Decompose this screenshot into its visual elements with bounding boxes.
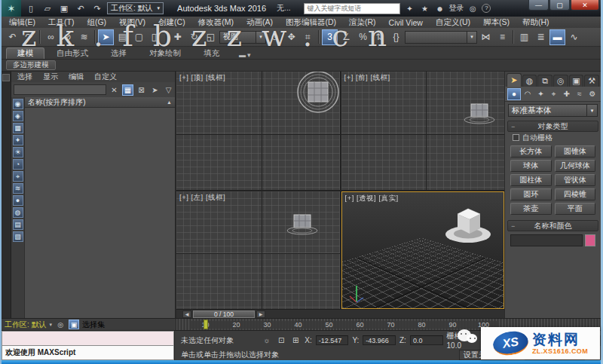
- select-scale-icon[interactable]: ◱: [203, 29, 219, 45]
- reference-coordsys-dropdown[interactable]: 视图 ▾: [219, 31, 266, 44]
- current-frame-marker[interactable]: [204, 320, 208, 329]
- explorer-filter-icon[interactable]: ◔: [13, 159, 23, 170]
- explorer-menu-select[interactable]: 选择: [17, 72, 32, 82]
- user-icon[interactable]: ☻: [433, 5, 445, 13]
- explorer-select-mode-icon[interactable]: ▦: [122, 84, 133, 96]
- explorer-column-header[interactable]: 名称(按升序排序) ▲: [25, 97, 175, 108]
- sign-in-link[interactable]: 登录: [448, 3, 464, 14]
- tab-create-icon[interactable]: ➤: [507, 73, 522, 87]
- tab-display-icon[interactable]: ▣: [569, 75, 584, 87]
- explorer-menu-edit[interactable]: 编辑: [69, 72, 84, 82]
- primitive-button-cylinder[interactable]: 圆柱体: [510, 174, 552, 186]
- absolute-offset-toggle-icon[interactable]: ⊞: [290, 336, 301, 344]
- layout-tab-icon[interactable]: [2, 74, 10, 81]
- open-file-icon[interactable]: ▱: [41, 2, 54, 14]
- menu-views[interactable]: 视图(V): [119, 17, 145, 28]
- mirror-icon[interactable]: ⋈: [478, 29, 494, 45]
- curve-editor-icon[interactable]: ∿: [566, 29, 582, 45]
- menu-modifiers[interactable]: 修改器(M): [198, 17, 234, 28]
- edit-named-selections-icon[interactable]: {}: [388, 29, 404, 45]
- tab-utilities-icon[interactable]: ⚒: [584, 75, 599, 87]
- primitive-button-plane[interactable]: 平面: [555, 203, 596, 215]
- isolate-selection-icon[interactable]: ◎: [55, 320, 66, 329]
- ribbon-tab-modeling[interactable]: 建模: [6, 47, 44, 59]
- explorer-filter-icon[interactable]: ◉: [13, 99, 23, 109]
- viewport-left[interactable]: [+] [左] [线框]: [176, 191, 340, 310]
- primitive-button-geosphere[interactable]: 几何球体: [555, 160, 596, 172]
- selection-lock-icon[interactable]: ▣: [69, 320, 79, 329]
- save-file-icon[interactable]: ▣: [57, 2, 71, 14]
- minimize-button[interactable]: —: [528, 0, 549, 11]
- viewport-perspective-active[interactable]: [+] [透视] [真实]: [341, 191, 505, 310]
- bind-spacewarp-icon[interactable]: ≋: [76, 29, 92, 45]
- workspace-dropdown[interactable]: 工作区: 默认 ▾: [107, 2, 164, 14]
- menu-animation[interactable]: 动画(A): [246, 17, 273, 28]
- autogrid-checkbox[interactable]: [513, 134, 519, 141]
- x-coordinate-field[interactable]: -12.547: [316, 335, 349, 345]
- filter-funnel-icon[interactable]: ▽: [163, 84, 174, 96]
- primitive-button-pyramid[interactable]: 四棱锥: [555, 188, 596, 200]
- explorer-filter-icon[interactable]: ◈: [13, 111, 23, 121]
- new-scene-icon[interactable]: ▯: [24, 2, 38, 14]
- menu-rendering[interactable]: 渲染(R): [349, 17, 376, 28]
- menu-edit[interactable]: 编辑(E): [9, 17, 35, 28]
- explorer-menu-customize[interactable]: 自定义: [94, 72, 117, 82]
- window-crossing-icon[interactable]: ◫: [148, 29, 164, 45]
- viewport-perspective-label[interactable]: [+] [透视] [真实]: [345, 194, 399, 203]
- close-button[interactable]: ✕: [571, 0, 599, 11]
- prompt-light-icon[interactable]: ☼: [262, 336, 272, 344]
- viewport-front-label[interactable]: [+] [前] [线框]: [344, 73, 390, 83]
- polygon-modeling-panel-button[interactable]: 多边形建模: [6, 60, 56, 70]
- primitive-category-dropdown[interactable]: 标准基本体 ▾: [508, 104, 598, 117]
- tab-modify-icon[interactable]: ◍: [522, 75, 537, 87]
- help-icon[interactable]: ?: [482, 4, 491, 13]
- primitive-button-torus[interactable]: 圆环: [510, 188, 552, 200]
- helpers-icon[interactable]: ✚: [561, 88, 573, 100]
- ribbon-tab-freeform[interactable]: 自由形式: [46, 47, 99, 59]
- ribbon-tab-objectpaint[interactable]: 对象绘制: [139, 47, 191, 59]
- explorer-filter-icon[interactable]: ☀: [13, 147, 23, 158]
- object-type-rollout-header[interactable]: − 对象类型: [507, 121, 598, 132]
- maximize-button[interactable]: ▢: [549, 0, 570, 11]
- use-center-icon[interactable]: ⊙: [267, 29, 283, 45]
- primitive-button-sphere[interactable]: 球体: [510, 160, 552, 172]
- viewport-left-label[interactable]: [+] [左] [线框]: [179, 193, 225, 203]
- align-icon[interactable]: ≡: [494, 29, 510, 45]
- menu-tools[interactable]: 工具(T): [48, 17, 74, 28]
- primitive-button-teapot[interactable]: 茶壶: [510, 203, 552, 215]
- object-name-field[interactable]: [510, 234, 583, 246]
- explorer-menu-display[interactable]: 显示: [43, 72, 58, 82]
- lock-selection-icon[interactable]: ⊠: [136, 84, 147, 96]
- viewport-front[interactable]: [+] [前] [线框]: [341, 72, 505, 190]
- ribbon-tab-populate[interactable]: 填充: [193, 47, 230, 59]
- explorer-filter-icon[interactable]: ⌖: [13, 171, 23, 182]
- select-manipulate-icon[interactable]: ✥: [283, 29, 299, 45]
- menu-scripting[interactable]: 脚本(S): [483, 17, 510, 28]
- geometry-icon[interactable]: ●: [507, 88, 521, 100]
- object-color-swatch[interactable]: [585, 234, 595, 246]
- named-selection-dropdown[interactable]: ▾: [405, 31, 477, 44]
- menu-graph-editors[interactable]: 图形编辑器(D): [286, 17, 336, 28]
- percent-snap-icon[interactable]: %: [355, 29, 371, 45]
- explorer-filter-icon[interactable]: ◍: [13, 207, 23, 218]
- snap-toggle-3d-icon[interactable]: 3: [322, 29, 338, 45]
- clear-search-icon[interactable]: ✕: [109, 84, 120, 96]
- keyboard-override-icon[interactable]: ⌗: [300, 29, 316, 45]
- 3dsmax-logo-icon[interactable]: ✶: [2, 0, 21, 17]
- primitive-button-box[interactable]: 长方体: [510, 145, 552, 158]
- menu-civil-view[interactable]: Civil View: [389, 18, 423, 27]
- tab-motion-icon[interactable]: ◎: [553, 75, 568, 87]
- listener-script-line[interactable]: 欢迎使用 MAXScript: [2, 345, 174, 360]
- z-coordinate-field[interactable]: 0.0: [410, 335, 443, 345]
- explorer-search-input[interactable]: [14, 84, 106, 95]
- undo-icon[interactable]: ↶: [5, 29, 20, 45]
- explorer-filter-icon[interactable]: ✦: [13, 135, 23, 145]
- explorer-filter-icon[interactable]: ▧: [13, 231, 23, 242]
- y-coordinate-field[interactable]: -43.966: [363, 335, 396, 345]
- primitive-button-tube[interactable]: 管状体: [555, 174, 596, 186]
- pick-parent-icon[interactable]: ➤: [149, 84, 161, 96]
- unlink-icon[interactable]: ⊘: [60, 29, 75, 45]
- ribbon-minimize-icon[interactable]: ▬ ▾: [239, 51, 251, 59]
- bottom-workspace-label[interactable]: 工作区: 默认: [5, 320, 47, 330]
- shapes-icon[interactable]: ◠: [522, 88, 534, 100]
